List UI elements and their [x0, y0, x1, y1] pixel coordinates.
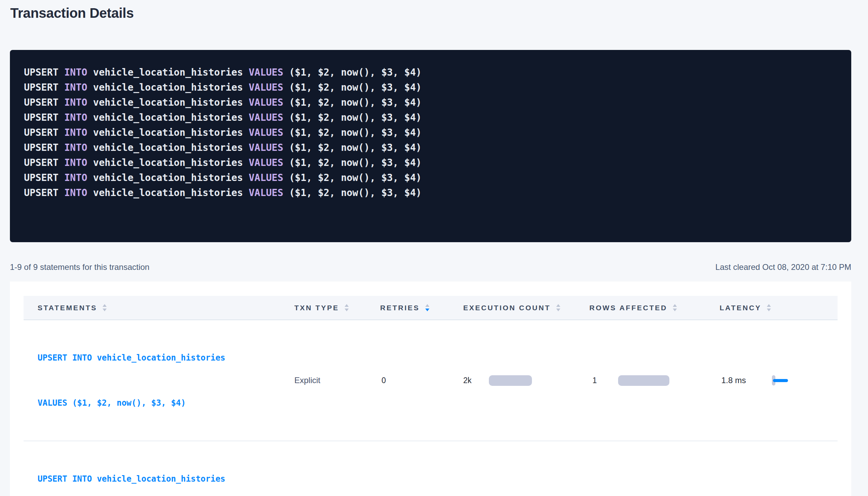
sort-arrows-icon — [556, 304, 560, 311]
sql-statement-line: UPSERTINTOvehicle_location_historiesVALU… — [24, 140, 838, 155]
column-header-latency[interactable]: LATENCY — [720, 296, 838, 320]
sql-statement-line: UPSERTINTOvehicle_location_historiesVALU… — [24, 110, 838, 125]
sql-statement-line: UPSERTINTOvehicle_location_historiesVALU… — [24, 95, 838, 110]
sql-keyword: UPSERT — [24, 142, 58, 153]
statement-link[interactable]: UPSERT INTO vehicle_location_histories V… — [38, 441, 294, 496]
sql-table-name: vehicle_location_histories — [93, 97, 243, 108]
sql-keyword: VALUES — [249, 82, 283, 93]
statement-line-1: UPSERT INTO vehicle_location_histories — [38, 350, 294, 365]
sql-table-name: vehicle_location_histories — [93, 142, 243, 153]
page-title: Transaction Details — [10, 5, 134, 21]
sql-keyword: VALUES — [249, 112, 283, 123]
sql-table-name: vehicle_location_histories — [93, 157, 243, 168]
sql-keyword: VALUES — [249, 142, 283, 153]
sql-keyword: INTO — [64, 172, 87, 183]
sql-params: ($1, $2, now(), $3, $4) — [289, 187, 422, 198]
sql-params: ($1, $2, now(), $3, $4) — [289, 97, 422, 108]
sort-arrows-icon — [345, 304, 349, 311]
sql-keyword: INTO — [64, 187, 87, 198]
table-row: UPSERT INTO vehicle_location_histories V… — [24, 320, 838, 441]
retries-cell: 0 — [380, 320, 463, 441]
sql-params: ($1, $2, now(), $3, $4) — [289, 127, 422, 138]
column-label: TXN TYPE — [294, 304, 339, 312]
latency-cell: 1.7 ms — [720, 441, 838, 496]
sql-keyword: INTO — [64, 112, 87, 123]
column-header-txn-type[interactable]: TXN TYPE — [294, 296, 380, 320]
table-row: UPSERT INTO vehicle_location_histories V… — [24, 441, 838, 496]
column-label: EXECUTION COUNT — [463, 304, 551, 312]
column-label: STATEMENTS — [38, 304, 97, 312]
sql-keyword: UPSERT — [24, 97, 58, 108]
sql-statement-line: UPSERTINTOvehicle_location_historiesVALU… — [24, 125, 838, 140]
sql-keyword: INTO — [64, 67, 87, 78]
table-header-row: STATEMENTS TXN TYPE RETRIES — [24, 296, 838, 320]
txn-type-cell: Explicit — [294, 320, 380, 441]
execution-count-cell: 2k — [463, 441, 589, 496]
statement-line-2: VALUES ($1, $2, now(), $3, $4) — [38, 395, 294, 410]
execution-count-cell: 2k — [463, 320, 589, 441]
sql-keyword: UPSERT — [24, 157, 58, 168]
retries-cell: 0 — [380, 441, 463, 496]
sql-keyword: INTO — [64, 142, 87, 153]
column-label: LATENCY — [720, 304, 761, 312]
execution-count-value: 2k — [463, 376, 489, 385]
column-header-rows-affected[interactable]: ROWS AFFECTED — [589, 296, 720, 320]
latency-bar-chart — [772, 375, 796, 386]
rows-affected-bar — [618, 375, 669, 386]
sql-keyword: UPSERT — [24, 67, 58, 78]
statement-line-1: UPSERT INTO vehicle_location_histories — [38, 471, 294, 486]
sort-arrows-icon — [103, 304, 107, 311]
sql-keyword: VALUES — [249, 157, 283, 168]
sql-statement-line: UPSERTINTOvehicle_location_historiesVALU… — [24, 170, 838, 185]
latency-bar — [773, 379, 788, 382]
sql-params: ($1, $2, now(), $3, $4) — [289, 142, 422, 153]
sql-params: ($1, $2, now(), $3, $4) — [289, 157, 422, 168]
latency-value: 1.8 ms — [721, 376, 772, 385]
sql-keyword: UPSERT — [24, 187, 58, 198]
txn-type-cell: Explicit — [294, 441, 380, 496]
sql-keyword: VALUES — [249, 127, 283, 138]
sql-keyword: VALUES — [249, 187, 283, 198]
sort-arrows-icon — [425, 304, 429, 311]
sql-keyword: UPSERT — [24, 172, 58, 183]
statements-table: STATEMENTS TXN TYPE RETRIES — [24, 296, 838, 496]
rows-affected-value: 1 — [589, 376, 618, 385]
column-header-execution-count[interactable]: EXECUTION COUNT — [463, 296, 589, 320]
sql-statement-line: UPSERTINTOvehicle_location_historiesVALU… — [24, 185, 838, 200]
statements-table-body: UPSERT INTO vehicle_location_histories V… — [24, 320, 838, 496]
sql-statement-line: UPSERTINTOvehicle_location_historiesVALU… — [24, 65, 838, 80]
sql-keyword: UPSERT — [24, 112, 58, 123]
execution-count-bar — [489, 375, 532, 386]
sql-params: ($1, $2, now(), $3, $4) — [289, 67, 422, 78]
sort-arrows-icon — [767, 304, 771, 311]
column-label: RETRIES — [380, 304, 420, 312]
rows-affected-cell: 1 — [589, 320, 720, 441]
sql-statement-line: UPSERTINTOvehicle_location_historiesVALU… — [24, 155, 838, 170]
column-label: ROWS AFFECTED — [589, 304, 667, 312]
sql-keyword: UPSERT — [24, 82, 58, 93]
sql-keyword: VALUES — [249, 172, 283, 183]
sql-table-name: vehicle_location_histories — [93, 187, 243, 198]
sql-statement-line: UPSERTINTOvehicle_location_historiesVALU… — [24, 80, 838, 95]
sql-table-name: vehicle_location_histories — [93, 67, 243, 78]
last-cleared-text: Last cleared Oct 08, 2020 at 7:10 PM — [715, 262, 851, 272]
sql-keyword: INTO — [64, 82, 87, 93]
statements-range-text: 1-9 of 9 statements for this transaction — [10, 262, 149, 272]
sql-table-name: vehicle_location_histories — [93, 127, 243, 138]
summary-bar: 1-9 of 9 statements for this transaction… — [10, 260, 851, 274]
sql-statements-box: UPSERTINTOvehicle_location_historiesVALU… — [10, 50, 851, 242]
column-header-retries[interactable]: RETRIES — [380, 296, 463, 320]
sql-keyword: VALUES — [249, 97, 283, 108]
sql-params: ($1, $2, now(), $3, $4) — [289, 82, 422, 93]
sql-keyword: VALUES — [249, 67, 283, 78]
statement-link[interactable]: UPSERT INTO vehicle_location_histories V… — [38, 320, 294, 441]
sql-params: ($1, $2, now(), $3, $4) — [289, 112, 422, 123]
statements-table-card: STATEMENTS TXN TYPE RETRIES — [10, 282, 851, 496]
sql-params: ($1, $2, now(), $3, $4) — [289, 172, 422, 183]
sql-keyword: INTO — [64, 127, 87, 138]
sort-arrows-icon — [673, 304, 677, 311]
sql-keyword: UPSERT — [24, 127, 58, 138]
column-header-statements[interactable]: STATEMENTS — [24, 296, 294, 320]
sql-table-name: vehicle_location_histories — [93, 172, 243, 183]
latency-cell: 1.8 ms — [720, 320, 838, 441]
